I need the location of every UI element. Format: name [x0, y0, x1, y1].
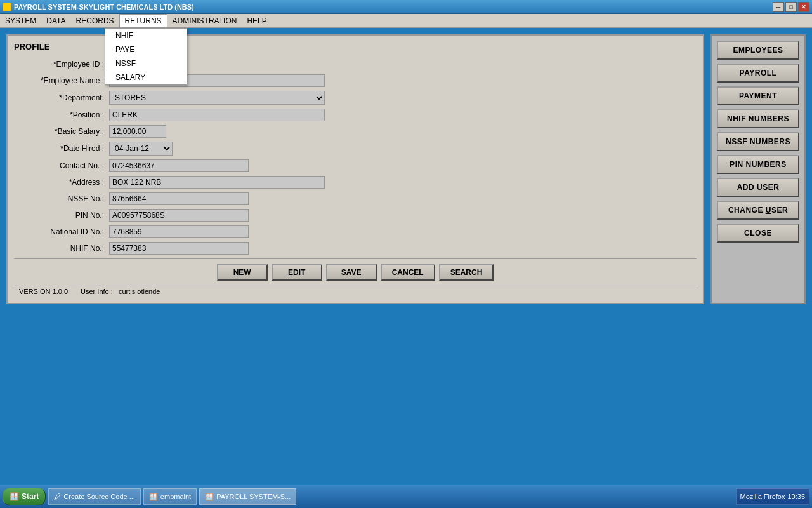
position-label: *Position :: [14, 110, 109, 119]
dropdown-nssf[interactable]: NSSF: [105, 57, 187, 70]
nhif-numbers-button[interactable]: NHIF NUMBERS: [717, 109, 799, 128]
menu-help[interactable]: HELP: [242, 14, 272, 27]
taskbar: 🪟 Start 🖊 Create Source Code ... 🪟 empma…: [0, 485, 812, 508]
date-hired-select[interactable]: 04-Jan-12: [109, 142, 173, 156]
dropdown-nhif[interactable]: NHIF: [105, 29, 187, 43]
date-hired-row: *Date Hired : 04-Jan-12: [14, 142, 697, 156]
address-label: *Address :: [14, 178, 109, 187]
taskbar-payroll[interactable]: 🪟 PAYROLL SYSTEM-S...: [199, 488, 296, 505]
taskbar-empmaint[interactable]: 🪟 empmaint: [143, 488, 197, 505]
national-id-label: National ID No.:: [14, 227, 109, 236]
search-button[interactable]: SEARCH: [439, 264, 494, 281]
pin-row: PIN No.:: [14, 209, 697, 222]
basic-salary-label: *Basic Salary :: [14, 127, 109, 136]
minimize-button[interactable]: ─: [773, 2, 784, 12]
menu-bar: SYSTEM DATA RECORDS RETURNS ADMINISTRATI…: [0, 14, 812, 28]
contact-row: Contact No. :: [14, 159, 697, 172]
taskbar-right: Mozilla Firefox 10:35: [736, 488, 809, 505]
contact-input[interactable]: [109, 159, 249, 172]
nhif-input[interactable]: [109, 242, 249, 255]
add-user-button[interactable]: ADD USER: [717, 178, 799, 197]
system-tray: Mozilla Firefox 10:35: [736, 488, 809, 505]
department-row: *Department: STORES: [14, 91, 697, 105]
returns-dropdown: NHIF PAYE NSSF SALARY: [105, 28, 187, 85]
cancel-button[interactable]: CANCEL: [381, 264, 435, 281]
nssf-input[interactable]: [109, 192, 249, 205]
start-icon: 🪟: [10, 492, 19, 501]
status-bar: VERSION 1.0.0 User Info : curtis otiende: [14, 286, 697, 297]
edit-button[interactable]: EDIT: [272, 264, 322, 281]
nssf-row: NSSF No.:: [14, 192, 697, 205]
nhif-row: NHIF No.:: [14, 242, 697, 255]
firefox-label: Mozilla Firefox: [740, 493, 785, 500]
payroll-button[interactable]: PAYROLL: [717, 64, 799, 83]
basic-salary-row: *Basic Salary :: [14, 125, 697, 138]
employees-button[interactable]: EMPLOYEES: [717, 41, 799, 60]
menu-system[interactable]: SYSTEM: [0, 14, 41, 27]
menu-data[interactable]: DATA: [41, 14, 70, 27]
clock: 10:35: [787, 493, 805, 500]
nssf-label: NSSF No.:: [14, 194, 109, 203]
window-controls: ─ □ ✕: [773, 2, 809, 12]
payroll-taskbar-icon: 🪟: [205, 493, 214, 501]
nhif-label: NHIF No.:: [14, 244, 109, 253]
version-label: VERSION 1.0.0: [19, 288, 68, 295]
change-user-button[interactable]: CHANGE USER: [717, 201, 799, 220]
new-button[interactable]: NEW: [217, 264, 268, 281]
start-button[interactable]: 🪟 Start: [3, 488, 46, 505]
department-label: *Department:: [14, 93, 109, 102]
bottom-bar: NEW EDIT SAVE CANCEL SEARCH: [14, 258, 697, 286]
pin-input[interactable]: [109, 209, 249, 222]
national-id-input[interactable]: [109, 225, 249, 238]
window-close-button[interactable]: ✕: [798, 2, 809, 12]
action-panel: EMPLOYEES PAYROLL PAYMENT NHIF NUMBERS N…: [710, 34, 806, 304]
save-button[interactable]: SAVE: [326, 264, 377, 281]
department-select[interactable]: STORES: [109, 91, 325, 105]
contact-label: Contact No. :: [14, 161, 109, 170]
window-title: PAYROLL SYSTEM-SKYLIGHT CHEMICALS LTD (N…: [14, 3, 194, 11]
user-name: curtis otiende: [119, 288, 160, 295]
payment-button[interactable]: PAYMENT: [717, 86, 799, 105]
dropdown-paye[interactable]: PAYE: [105, 43, 187, 57]
pin-label: PIN No.:: [14, 211, 109, 220]
user-info: User Info : curtis otiende: [81, 288, 160, 295]
national-id-row: National ID No.:: [14, 225, 697, 238]
date-hired-label: *Date Hired :: [14, 144, 109, 153]
pin-numbers-button[interactable]: PIN NUMBERS: [717, 155, 799, 174]
title-bar-left: PAYROLL SYSTEM-SKYLIGHT CHEMICALS LTD (N…: [3, 3, 194, 11]
employee-id-label: *Employee ID :: [14, 60, 109, 69]
nssf-numbers-button[interactable]: NSSF NUMBERS: [717, 132, 799, 151]
taskbar-create-source[interactable]: 🖊 Create Source Code ...: [48, 488, 141, 505]
position-input[interactable]: [109, 109, 325, 121]
app-icon: [3, 3, 11, 11]
menu-returns[interactable]: RETURNS: [119, 14, 167, 27]
menu-administration[interactable]: ADMINISTRATION: [167, 14, 242, 27]
menu-records[interactable]: RECORDS: [71, 14, 119, 27]
position-row: *Position :: [14, 109, 697, 121]
address-row: *Address :: [14, 176, 697, 189]
basic-salary-input[interactable]: [109, 125, 166, 138]
maximize-button[interactable]: □: [785, 2, 797, 12]
close-button[interactable]: CLOSE: [717, 224, 799, 243]
address-input[interactable]: [109, 176, 325, 189]
empmaint-icon: 🪟: [149, 493, 158, 501]
create-source-icon: 🖊: [54, 493, 61, 500]
dropdown-salary[interactable]: SALARY: [105, 70, 187, 84]
employee-name-label: *Employee Name :: [14, 76, 109, 85]
title-bar: PAYROLL SYSTEM-SKYLIGHT CHEMICALS LTD (N…: [0, 0, 812, 14]
